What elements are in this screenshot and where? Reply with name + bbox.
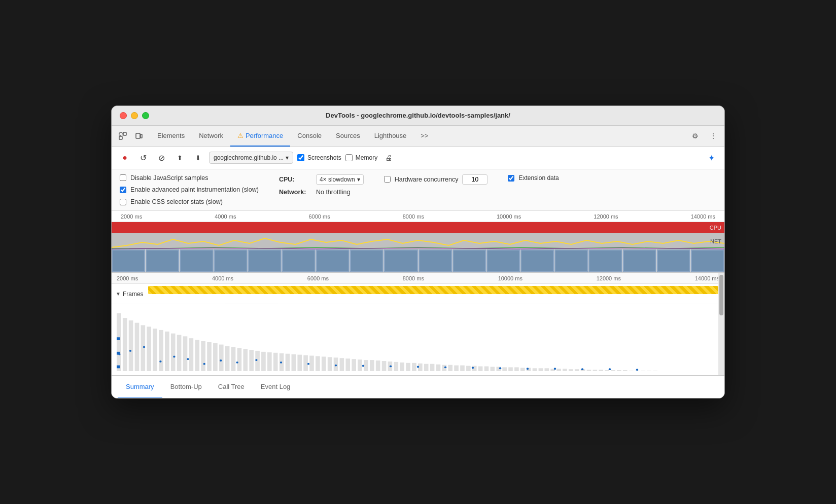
- svg-rect-17: [189, 338, 194, 371]
- svg-point-99: [143, 346, 145, 348]
- tab-event-log[interactable]: Event Log: [253, 376, 299, 399]
- svg-rect-0: [119, 132, 122, 135]
- svg-rect-34: [292, 354, 296, 371]
- tab-summary[interactable]: Summary: [118, 376, 162, 399]
- screenshots-checkbox[interactable]: [297, 154, 304, 161]
- svg-rect-122: [117, 352, 120, 355]
- frames-yellow-bar: [148, 286, 719, 294]
- svg-rect-39: [322, 357, 326, 372]
- clear-button[interactable]: ⊘: [154, 151, 168, 165]
- tab-console[interactable]: Console: [290, 125, 329, 147]
- tab-call-tree[interactable]: Call Tree: [210, 376, 253, 399]
- svg-rect-84: [593, 370, 598, 371]
- inspect-icon[interactable]: [116, 129, 130, 143]
- enable-css-checkbox[interactable]: [120, 199, 126, 205]
- svg-point-111: [390, 366, 392, 368]
- settings-right: Hardware concurrency: [384, 174, 488, 185]
- tab-bar: Elements Network ⚠ Performance Console S…: [112, 126, 724, 147]
- svg-rect-10: [147, 327, 151, 371]
- memory-icon: 🖨: [381, 151, 396, 165]
- svg-point-116: [527, 368, 529, 370]
- svg-rect-89: [623, 370, 628, 371]
- enable-paint-checkbox[interactable]: [120, 187, 126, 193]
- screenshot-thumb: [384, 249, 417, 272]
- settings-ext: Extension data: [508, 174, 559, 183]
- bottom-tabs: Summary Bottom-Up Call Tree Event Log: [112, 376, 724, 398]
- screenshot-thumb: [588, 249, 622, 272]
- svg-rect-29: [261, 352, 266, 371]
- cpu-select[interactable]: 4× slowdown ▾: [316, 174, 364, 185]
- tab-network[interactable]: Network: [192, 125, 230, 147]
- more-menu-button[interactable]: ⋮: [706, 129, 720, 143]
- settings-left: Disable JavaScript samples Enable advanc…: [120, 174, 259, 206]
- hardware-input[interactable]: [462, 174, 487, 185]
- hardware-checkbox[interactable]: [384, 176, 391, 183]
- chevron-down-icon: ▾: [357, 176, 360, 183]
- reload-button[interactable]: ↺: [136, 151, 150, 165]
- tab-bottom-up[interactable]: Bottom-Up: [162, 376, 210, 399]
- close-button[interactable]: [120, 112, 127, 119]
- svg-rect-37: [309, 356, 314, 372]
- tab-elements[interactable]: Elements: [150, 125, 192, 147]
- tab-more[interactable]: >>: [413, 125, 435, 147]
- upload-button[interactable]: ⬆: [172, 151, 187, 165]
- timeline-scrollbar[interactable]: [718, 273, 724, 375]
- svg-rect-79: [563, 369, 567, 371]
- svg-point-109: [335, 365, 337, 367]
- svg-rect-12: [159, 330, 163, 371]
- settings-middle: CPU: 4× slowdown ▾ Network: No throttlin…: [279, 174, 364, 196]
- maximize-button[interactable]: [142, 112, 149, 119]
- svg-rect-54: [412, 363, 416, 371]
- svg-point-104: [220, 359, 222, 362]
- network-row: Network: No throttling: [279, 189, 364, 196]
- cpu-row: CPU: 4× slowdown ▾: [279, 174, 364, 185]
- tab-icons: [116, 129, 146, 143]
- svg-rect-31: [273, 353, 278, 371]
- svg-rect-74: [533, 369, 537, 372]
- svg-point-112: [417, 366, 419, 368]
- device-icon[interactable]: [132, 129, 146, 143]
- screenshot-thumb: [554, 249, 588, 272]
- svg-point-105: [236, 362, 238, 364]
- scrollbar-thumb[interactable]: [719, 275, 723, 315]
- record-button[interactable]: ●: [118, 151, 132, 165]
- svg-rect-2: [119, 136, 122, 139]
- svg-rect-70: [508, 368, 513, 372]
- svg-rect-66: [484, 367, 489, 372]
- screenshot-thumb: [282, 249, 316, 272]
- screenshot-thumb: [214, 249, 248, 272]
- svg-rect-14: [171, 334, 176, 371]
- extension-checkbox[interactable]: [508, 175, 514, 182]
- svg-rect-25: [237, 348, 242, 371]
- svg-rect-52: [400, 363, 404, 371]
- screenshot-thumb: [452, 249, 486, 272]
- download-button[interactable]: ⬇: [191, 151, 205, 165]
- svg-rect-58: [436, 365, 441, 371]
- svg-point-118: [581, 369, 583, 371]
- highlight-button[interactable]: ✦: [704, 151, 718, 165]
- screenshots-toggle[interactable]: Screenshots: [297, 154, 341, 161]
- tab-sources[interactable]: Sources: [329, 125, 367, 147]
- disable-js-row: Disable JavaScript samples: [120, 174, 259, 182]
- memory-checkbox[interactable]: [345, 154, 353, 161]
- svg-rect-90: [629, 371, 634, 371]
- warning-icon: ⚠: [237, 132, 243, 139]
- svg-rect-49: [382, 361, 387, 371]
- svg-point-103: [203, 363, 205, 365]
- svg-rect-72: [520, 368, 525, 372]
- svg-rect-83: [587, 370, 591, 371]
- svg-rect-61: [454, 366, 459, 371]
- svg-point-108: [307, 363, 309, 365]
- tab-performance[interactable]: ⚠ Performance: [230, 125, 290, 147]
- svg-rect-86: [605, 370, 609, 371]
- settings-button[interactable]: ⚙: [688, 129, 702, 143]
- minimize-button[interactable]: [131, 112, 138, 119]
- hardware-row: Hardware concurrency: [384, 174, 488, 185]
- frames-row: ▼ Frames 8.3 ms Frame: [112, 284, 724, 304]
- memory-toggle[interactable]: Memory: [345, 154, 377, 161]
- disable-js-checkbox[interactable]: [120, 174, 126, 181]
- frame-chart-svg: [117, 308, 719, 371]
- url-selector[interactable]: googlechrome.github.io ... ▾: [209, 152, 293, 164]
- tab-lighthouse[interactable]: Lighthouse: [367, 125, 414, 147]
- svg-rect-91: [635, 371, 640, 371]
